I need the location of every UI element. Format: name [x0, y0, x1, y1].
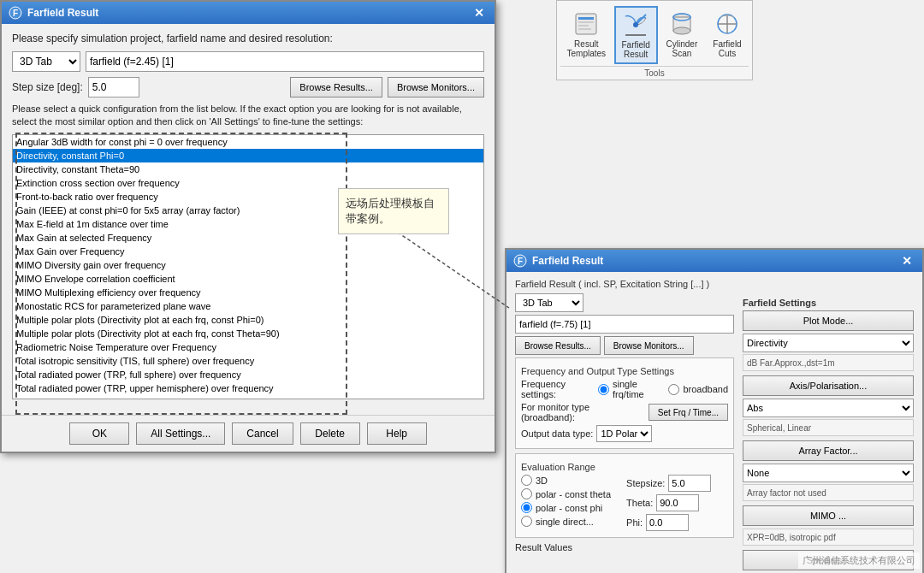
list-item-18[interactable]: Total radiated power (TRP, upper hemisph… [13, 381, 483, 395]
secondary-dialog-icon: F [513, 254, 527, 268]
cancel-button[interactable]: Cancel [232, 422, 293, 445]
secondary-browse-monitors-button[interactable]: Browse Monitors... [604, 336, 694, 355]
annotation-box: 远场后处理模板自带案例。 [338, 188, 449, 234]
array-factor-hint: Array factor not used [743, 484, 914, 501]
single-frq-label: single frq/time [613, 379, 665, 399]
eval-values: Stepsize: Theta: Phi: [626, 475, 711, 534]
broadband-radio[interactable] [668, 384, 679, 395]
list-description: Please select a quick configuration from… [12, 103, 484, 129]
single-frq-radio[interactable] [598, 384, 609, 395]
eval-phi-radio[interactable] [521, 502, 532, 513]
evaluation-label: Evaluation Range [521, 462, 728, 472]
all-settings-button[interactable]: All Settings... [136, 422, 225, 445]
list-item-16[interactable]: Total isotropic sensitivity (TIS, full s… [13, 354, 483, 368]
list-item-15[interactable]: Radiometric Noise Temperature over Frequ… [13, 340, 483, 354]
stepsize-input[interactable] [668, 475, 711, 492]
main-dialog-titlebar: F Farfield Result ✕ [2, 2, 495, 24]
list-item-8[interactable]: Max Gain over Frequency [13, 245, 483, 258]
theta-row: Theta: [626, 494, 711, 511]
farfield-settings-col: Farfield Settings Plot Mode... Directivi… [743, 293, 914, 573]
secondary-farfield-input[interactable] [515, 315, 734, 334]
list-item-1[interactable]: Directivity, constant Phi=0 [13, 149, 483, 162]
freq-settings-text: Frequency settings: [521, 379, 595, 399]
axis-dropdown[interactable]: Abs [743, 399, 914, 417]
cylinder-scan-icon [668, 10, 696, 38]
axis-button[interactable]: Axis/Polarisation... [743, 375, 914, 396]
list-item-17[interactable]: Total radiated power (TRP, full sphere) … [13, 368, 483, 381]
plot-mode-button[interactable]: Plot Mode... [743, 310, 914, 331]
main-dialog-title: Farfield Result [27, 7, 98, 19]
secondary-browse-results-button[interactable]: Browse Results... [515, 336, 601, 355]
svg-text:F: F [13, 9, 18, 18]
farfield-name-input[interactable] [86, 51, 484, 72]
frequency-section: Frequency and Output Type Settings Frequ… [515, 357, 734, 449]
array-factor-button[interactable]: Array Factor... [743, 440, 914, 461]
freq-settings-row: Frequency settings: single frq/time broa… [521, 379, 728, 399]
plot-mode-label: Plot Mode... [803, 316, 854, 326]
secondary-dialog-close-button[interactable]: ✕ [898, 254, 915, 268]
svg-point-5 [633, 22, 638, 27]
eval-options: 3D polar - const theta polar - const phi [521, 475, 611, 534]
result-templates-label: Result Templates [567, 39, 607, 58]
list-item-14[interactable]: Multiple polar plots (Directivity plot a… [13, 327, 483, 340]
main-dialog-footer: OK All Settings... Cancel Delete Help [2, 415, 495, 452]
eval-single-row: single direct... [521, 516, 611, 527]
output-type-label: Output data type: [521, 428, 593, 439]
eval-single-radio[interactable] [521, 516, 532, 527]
list-item-0[interactable]: Angular 3dB width for const phi = 0 over… [13, 135, 483, 149]
step-size-input[interactable] [88, 77, 139, 97]
toolbar-farfield-cuts[interactable]: Farfield Cuts [706, 6, 749, 62]
secondary-browse-row: Browse Results... Browse Monitors... [515, 336, 734, 355]
list-item-2[interactable]: Directivity, constant Theta=90 [13, 162, 483, 176]
list-item-12[interactable]: Monostatic RCS for parameterized plane w… [13, 299, 483, 313]
help-button[interactable]: Help [367, 422, 427, 445]
list-item-9[interactable]: MIMO Diversity gain over frequency [13, 258, 483, 272]
cylinder-scan-label: Cylinder Scan [666, 39, 698, 58]
farfield-cuts-icon [714, 10, 741, 38]
toolbar-cylinder-scan[interactable]: Cylinder Scan [660, 6, 704, 62]
secondary-tab-dropdown[interactable]: 3D Tab [515, 293, 583, 312]
browse-monitors-button[interactable]: Browse Monitors... [388, 77, 484, 97]
svg-text:F: F [518, 257, 523, 266]
browse-results-button[interactable]: Browse Results... [290, 77, 382, 97]
dialog-title-icon: F [9, 6, 22, 20]
ok-button[interactable]: OK [69, 422, 129, 445]
mimo-label: MIMO ... [810, 511, 846, 521]
mimo-button[interactable]: MIMO ... [743, 505, 914, 526]
eval-3d-radio[interactable] [521, 475, 532, 486]
step-size-row: Step size [deg]: Browse Results... Brows… [12, 77, 484, 97]
theta-input[interactable] [656, 494, 699, 511]
secondary-left-col: 3D Tab Browse Results... Browse Monitors… [515, 293, 734, 573]
eval-phi-label: polar - const phi [536, 503, 602, 513]
toolbar-section-label: Tools [560, 66, 749, 78]
secondary-dialog-subtitle: Farfield Result ( incl. SP, Excitation S… [515, 279, 914, 289]
plot-mode-hint: dB Far.Approx.,dst=1m [743, 354, 914, 371]
farfield-result-label: Farfield Result [621, 40, 649, 59]
secondary-farfield-row [515, 315, 734, 334]
secondary-dialog-titlebar: F Farfield Result ✕ [506, 250, 922, 272]
toolbar-farfield-result[interactable]: Farfield Result [614, 6, 658, 64]
array-factor-dropdown[interactable]: None [743, 464, 914, 482]
monitor-type-row: For monitor type (broadband): Set Frq / … [521, 402, 728, 422]
svg-rect-3 [578, 25, 589, 27]
plot-mode-dropdown[interactable]: Directivity [743, 334, 914, 352]
list-item-13[interactable]: Multiple polar plots (Directivity plot a… [13, 313, 483, 327]
evaluation-content: 3D polar - const theta polar - const phi [521, 475, 728, 534]
secondary-dialog-title-area: F Farfield Result [513, 254, 603, 268]
secondary-dialog-title: Farfield Result [532, 255, 603, 267]
phi-input[interactable] [646, 514, 689, 531]
list-item-10[interactable]: MIMO Envelope correlation coefficient [13, 272, 483, 286]
list-item-11[interactable]: MIMO Multiplexing efficiency over freque… [13, 286, 483, 299]
toolbar-result-templates[interactable]: Result Templates [560, 6, 613, 62]
set-frq-button[interactable]: Set Frq / Time... [649, 404, 728, 421]
eval-3d-label: 3D [536, 476, 548, 486]
secondary-dialog-body: Farfield Result ( incl. SP, Excitation S… [506, 272, 922, 573]
configuration-list[interactable]: Angular 3dB width for const phi = 0 over… [12, 134, 484, 399]
main-dialog-close-button[interactable]: ✕ [471, 6, 488, 20]
output-type-dropdown[interactable]: 1D Polar [596, 425, 652, 442]
delete-button[interactable]: Delete [300, 422, 360, 445]
eval-theta-radio[interactable] [521, 488, 532, 499]
output-type-row: Output data type: 1D Polar [521, 425, 728, 442]
secondary-tab-row: 3D Tab [515, 293, 734, 312]
tab-dropdown[interactable]: 3D Tab [12, 51, 80, 72]
